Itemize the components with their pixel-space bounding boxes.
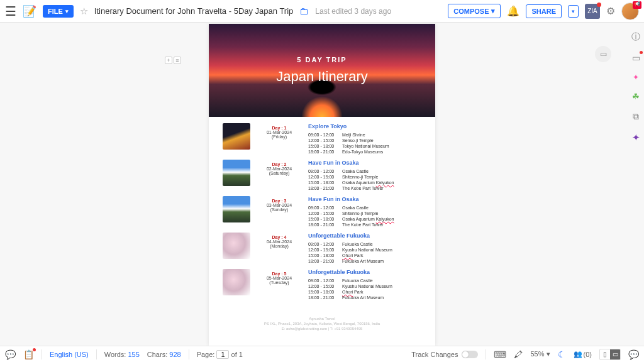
day-schedule: Have Fun in Osaka09:00 - 12:00Osaka Cast…: [308, 160, 421, 191]
bell-icon[interactable]: 🔔: [507, 5, 519, 17]
share-button[interactable]: SHARE: [526, 4, 562, 18]
compose-button[interactable]: COMPOSE ▾: [448, 4, 501, 18]
zoom-control[interactable]: 55% ▾: [530, 350, 550, 358]
right-rail: ⓘ ▭ ✦ ☘ ⧉ ✦: [628, 23, 644, 346]
paragraph-handle[interactable]: + ≡: [165, 57, 181, 64]
word-count[interactable]: Words: 155: [104, 351, 140, 358]
view-wide-icon[interactable]: ▭: [610, 349, 620, 359]
comment-icon[interactable]: 💬: [5, 349, 16, 359]
day-row: Day : 101-Mar-2024(Friday)Explore Tokyo0…: [223, 123, 421, 155]
hero-banner: 5 DAY TRIP Japan Itinerary: [209, 24, 435, 117]
char-count[interactable]: Chars: 928: [147, 351, 181, 358]
chat-icon[interactable]: 💬: [628, 349, 639, 359]
view-page-icon[interactable]: ▯: [600, 349, 610, 359]
file-menu-label: FILE: [48, 8, 63, 15]
page-input[interactable]: [216, 350, 229, 359]
drag-icon[interactable]: ≡: [174, 57, 181, 64]
plus-icon[interactable]: +: [165, 57, 172, 64]
panel-icon[interactable]: ▭: [632, 53, 640, 63]
last-edited-label: Last edited 3 days ago: [315, 7, 391, 16]
day-thumbnail: [223, 196, 250, 222]
day-schedule: Explore Tokyo09:00 - 12:00Meiji Shrine12…: [308, 123, 421, 155]
zia-label: ZIA: [587, 8, 597, 14]
page[interactable]: 5 DAY TRIP Japan Itinerary Day : 101-Mar…: [209, 24, 435, 346]
share-dropdown-button[interactable]: ▾: [568, 5, 579, 18]
star-icon[interactable]: ☆: [80, 6, 88, 17]
document-title[interactable]: Itinerary Document for John Travelta - 5…: [94, 6, 293, 16]
day-schedule: Have Fun in Osaka09:00 - 12:00Osaka Cast…: [308, 196, 421, 228]
day-row: Day : 303-Mar-2024(Sunday)Have Fun in Os…: [223, 196, 421, 228]
hero-title: Japan Itinerary: [276, 69, 368, 85]
notification-dot-icon: [597, 3, 601, 7]
chevron-down-icon: ▾: [491, 7, 495, 15]
folder-icon[interactable]: 🗀: [299, 6, 309, 16]
document-icon[interactable]: 📝: [23, 4, 36, 18]
announce-icon[interactable]: 📢: [633, 1, 641, 9]
language-selector[interactable]: English (US): [50, 351, 89, 358]
keyboard-icon[interactable]: ⌨: [494, 349, 506, 359]
menu-icon[interactable]: ☰: [5, 4, 16, 19]
info-icon[interactable]: ⓘ: [631, 31, 640, 43]
itinerary-list: Day : 101-Mar-2024(Friday)Explore Tokyo0…: [209, 117, 435, 312]
day-schedule: Unforgettable Fukuoka09:00 - 12:00Fukuok…: [308, 269, 421, 300]
moon-icon[interactable]: ☾: [558, 349, 566, 359]
clipboard-icon[interactable]: 📋: [23, 349, 34, 359]
users-icon: 👥: [574, 350, 582, 358]
day-date: Day : 202-Mar-2024(Saturday): [259, 160, 299, 191]
gear-icon[interactable]: ⚙: [606, 5, 615, 17]
day-thumbnail: [223, 123, 250, 150]
day-row: Day : 202-Mar-2024(Saturday)Have Fun in …: [223, 160, 421, 191]
presence-indicator[interactable]: 👥 (0): [574, 350, 592, 358]
chevron-down-icon: ▾: [65, 8, 69, 14]
page-indicator: Page: of 1: [197, 350, 243, 359]
extensions-icon[interactable]: ✦: [632, 132, 640, 143]
sparkle-icon[interactable]: ✦: [633, 73, 639, 82]
zia-assistant-button[interactable]: ZIA: [585, 4, 600, 19]
day-schedule: Unforgettable Fukuoka09:00 - 12:00Fukuok…: [308, 233, 421, 264]
floating-tool-button[interactable]: ▭: [595, 46, 611, 62]
layout-icon[interactable]: ⧉: [633, 111, 639, 122]
document-footer: Agnusha Travel PS IXL, Phase1, 203A, Joy…: [209, 312, 435, 340]
track-changes-toggle[interactable]: Track Changes: [411, 351, 478, 358]
day-date: Day : 303-Mar-2024(Sunday): [259, 196, 299, 228]
file-menu-button[interactable]: FILE ▾: [43, 5, 74, 18]
compose-label: COMPOSE: [453, 8, 489, 15]
topbar: ☰ 📝 FILE ▾ ☆ Itinerary Document for John…: [0, 0, 644, 23]
day-thumbnail: [223, 233, 250, 259]
day-thumbnail: [223, 160, 250, 186]
hero-subtitle: 5 DAY TRIP: [297, 56, 347, 63]
toggle-icon[interactable]: [462, 351, 478, 358]
day-row: Day : 404-Mar-2024(Monday)Unforgettable …: [223, 233, 421, 264]
view-mode-toggle[interactable]: ▯ ▭: [599, 349, 621, 360]
day-date: Day : 101-Mar-2024(Friday): [259, 123, 299, 155]
day-date: Day : 404-Mar-2024(Monday): [259, 233, 299, 264]
day-date: Day : 505-Mar-2024(Tuesday): [259, 269, 299, 300]
canvas: + ≡ ▭ 5 DAY TRIP Japan Itinerary Day : 1…: [0, 23, 644, 346]
day-thumbnail: [223, 269, 250, 295]
day-row: Day : 505-Mar-2024(Tuesday)Unforgettable…: [223, 269, 421, 300]
leaf-icon[interactable]: ☘: [632, 92, 640, 101]
status-bar: 💬 📋 English (US) Words: 155 Chars: 928 P…: [0, 346, 644, 362]
highlighter-icon[interactable]: 🖍: [514, 349, 523, 359]
